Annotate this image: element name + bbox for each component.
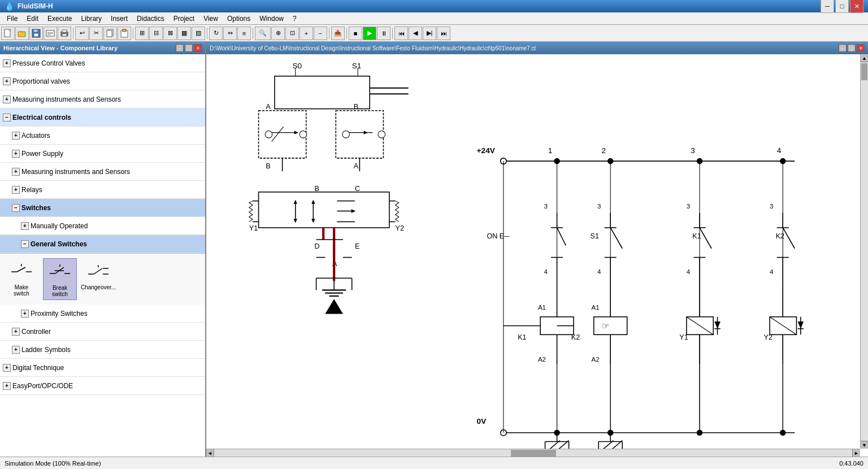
library-minimize[interactable]: ─: [176, 44, 184, 52]
s0-label: S0: [293, 62, 302, 70]
library-maximize[interactable]: □: [185, 44, 193, 52]
diagram-maximize[interactable]: □: [848, 44, 856, 52]
stop-button[interactable]: ■: [349, 27, 362, 40]
library-close[interactable]: ✕: [194, 44, 202, 52]
tree-item-measuring-top[interactable]: + Measuring instruments and Sensors: [0, 90, 205, 108]
step-fwd-button[interactable]: ▶|: [423, 27, 436, 40]
menu-didactics[interactable]: Didactics: [132, 12, 169, 24]
tree-item-proportional[interactable]: + Proportional valves: [0, 72, 205, 90]
diagram-minimize[interactable]: ─: [839, 44, 847, 52]
close-button[interactable]: ✕: [850, 0, 863, 13]
tree-toggle-measuring[interactable]: +: [11, 167, 20, 176]
skip-fwd-button[interactable]: ⏭: [437, 27, 450, 40]
svg-point-43: [300, 131, 307, 138]
undo-button[interactable]: ↩: [75, 27, 89, 40]
menu-project[interactable]: Project: [169, 12, 199, 24]
ungroup-button[interactable]: ▧: [192, 27, 205, 40]
print-button[interactable]: [58, 27, 71, 40]
tree-item-switches[interactable]: − Switches: [0, 199, 205, 217]
play-button[interactable]: ▶: [363, 27, 376, 40]
menu-file[interactable]: File: [2, 12, 22, 24]
tree-toggle-general[interactable]: −: [20, 240, 29, 249]
zoom-in-button[interactable]: ⊕: [271, 27, 285, 40]
minimize-button[interactable]: ─: [821, 0, 834, 13]
menu-execute[interactable]: Execute: [43, 12, 76, 24]
tree-item-measuring[interactable]: + Measuring instruments and Sensors: [0, 163, 205, 181]
tree-item-pressure-control[interactable]: + Pressure Control Valves: [0, 54, 205, 72]
menu-help[interactable]: ?: [288, 12, 301, 24]
tree-item-electrical[interactable]: − Electrical controls: [0, 108, 205, 127]
tree-toggle-power-supply[interactable]: +: [11, 149, 20, 158]
diagram-close[interactable]: ✕: [857, 44, 865, 52]
new-button[interactable]: [1, 27, 15, 40]
tree-toggle-actuators[interactable]: +: [11, 131, 20, 140]
pause-button[interactable]: ⏸: [377, 27, 390, 40]
diagram-area[interactable]: ▲ ▼ ◄ ► S0 S1: [206, 54, 868, 457]
tree-label-general: General Switches: [31, 240, 87, 248]
tree-item-power-supply[interactable]: + Power Supply: [0, 145, 205, 163]
align-right-button[interactable]: ⊠: [163, 27, 177, 40]
break-switch-item[interactable]: Break switch: [43, 258, 77, 300]
maximize-button[interactable]: □: [835, 0, 849, 13]
export-button[interactable]: 📤: [331, 27, 345, 40]
tree-toggle-proportional[interactable]: +: [2, 77, 11, 86]
zoom-minus-button[interactable]: −: [314, 27, 327, 40]
tree-toggle-ladder[interactable]: +: [11, 345, 20, 354]
paste-button[interactable]: [118, 27, 131, 40]
tree-toggle-relays[interactable]: +: [11, 185, 20, 194]
tree-item-relays[interactable]: + Relays: [0, 181, 205, 199]
svg-text:ON E─: ON E─: [487, 232, 509, 240]
step-back-button[interactable]: ◀: [409, 27, 422, 40]
tree-item-controller[interactable]: + Controller: [0, 323, 205, 341]
tree-toggle-proximity[interactable]: +: [20, 309, 29, 318]
zoom-fit-button[interactable]: ⊡: [285, 27, 299, 40]
menu-insert[interactable]: Insert: [106, 12, 132, 24]
tree-toggle-controller[interactable]: +: [11, 327, 20, 336]
svg-rect-10: [62, 30, 67, 32]
menu-window[interactable]: Window: [255, 12, 288, 24]
mirror-button[interactable]: ⇔: [223, 27, 237, 40]
skip-back-button[interactable]: ⏮: [394, 27, 408, 40]
tree-item-easyport[interactable]: + EasyPort/OPC/ODE: [0, 377, 205, 395]
menu-edit[interactable]: Edit: [22, 12, 43, 24]
tree-toggle-measuring-top[interactable]: +: [2, 95, 11, 104]
status-text: Simulation Mode (100% Real-time): [5, 460, 101, 467]
tree-toggle-pressure[interactable]: +: [2, 59, 11, 68]
rotate-button[interactable]: ↻: [209, 27, 223, 40]
menu-library[interactable]: Library: [76, 12, 106, 24]
changeover-item[interactable]: Changeover...: [81, 258, 115, 300]
tree-item-actuators[interactable]: + Actuators: [0, 127, 205, 145]
align-left-button[interactable]: ⊞: [135, 27, 149, 40]
tree-item-manually[interactable]: + Manually Operated: [0, 217, 205, 235]
tree-item-ladder[interactable]: + Ladder Symbols: [0, 341, 205, 359]
svg-rect-11: [62, 34, 67, 36]
separator-5: [329, 28, 329, 39]
align2-button[interactable]: ≡: [237, 27, 251, 40]
make-switch-item[interactable]: Make switch: [5, 258, 38, 300]
save-button[interactable]: [29, 27, 43, 40]
separator-2: [133, 28, 133, 39]
menu-view[interactable]: View: [199, 12, 223, 24]
svg-text:+24V: +24V: [477, 146, 496, 155]
print-preview-button[interactable]: [44, 27, 57, 40]
main-layout: Hierarchical View - Component Library ─ …: [0, 42, 868, 457]
app-title: FluidSIM-H: [18, 2, 53, 10]
tree-toggle-easyport[interactable]: +: [2, 381, 11, 390]
tree-item-proximity[interactable]: + Proximity Switches: [0, 305, 205, 323]
copy-button[interactable]: [103, 27, 117, 40]
tree-toggle-switches[interactable]: −: [11, 203, 20, 212]
zoom-box-button[interactable]: 🔍: [255, 27, 271, 40]
tree-item-general[interactable]: − General Switches: [0, 235, 205, 253]
cut-button[interactable]: ✂: [89, 27, 103, 40]
zoom-plus-button[interactable]: +: [300, 27, 313, 40]
align-center-button[interactable]: ⊟: [149, 27, 163, 40]
menu-options[interactable]: Options: [223, 12, 255, 24]
tree-toggle-electrical[interactable]: −: [2, 113, 11, 122]
tree-item-digital[interactable]: + Digital Technique: [0, 359, 205, 377]
svg-rect-150: [594, 317, 627, 335]
svg-text:B: B: [266, 162, 270, 170]
group-button[interactable]: ▦: [177, 27, 191, 40]
tree-toggle-manually[interactable]: +: [20, 222, 29, 231]
tree-toggle-digital[interactable]: +: [2, 363, 11, 372]
open-button[interactable]: [15, 27, 29, 40]
